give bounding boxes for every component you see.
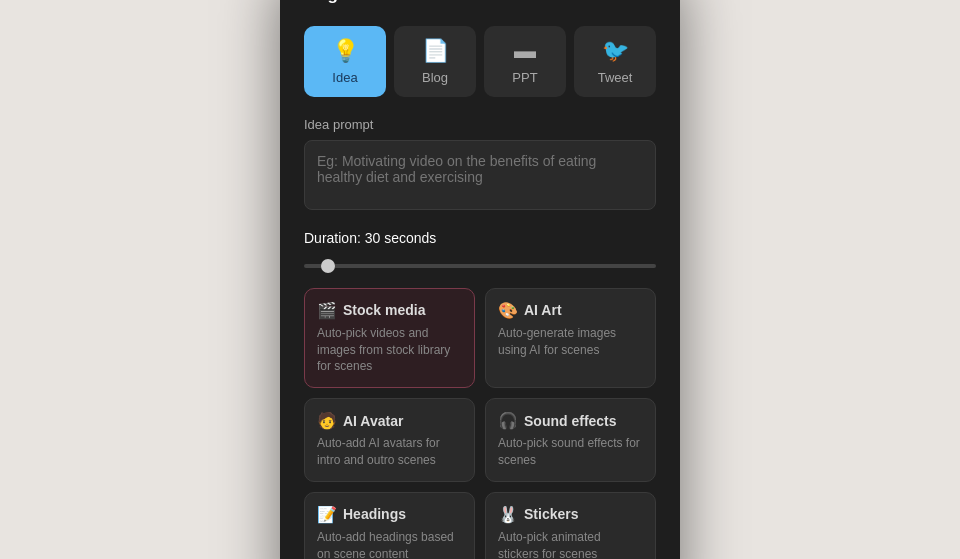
tab-ppt-label: PPT: [512, 70, 537, 85]
card-stock-media-header: 🎬 Stock media: [317, 301, 462, 320]
sound-effects-icon: 🎧: [498, 411, 518, 430]
tab-tweet[interactable]: 🐦 Tweet: [574, 26, 656, 97]
card-stickers[interactable]: 🐰 Stickers Auto-pick animated stickers f…: [485, 492, 656, 559]
stickers-title: Stickers: [524, 506, 578, 522]
card-sound-effects-header: 🎧 Sound effects: [498, 411, 643, 430]
tab-tweet-label: Tweet: [598, 70, 633, 85]
tweet-icon: 🐦: [602, 38, 629, 64]
duration-slider[interactable]: [304, 264, 656, 268]
blog-icon: 📄: [422, 38, 449, 64]
headings-title: Headings: [343, 506, 406, 522]
tab-blog[interactable]: 📄 Blog: [394, 26, 476, 97]
duration-text-label: Duration:: [304, 230, 361, 246]
headings-icon: 📝: [317, 505, 337, 524]
card-ai-avatar[interactable]: 🧑 AI Avatar Auto-add AI avatars for intr…: [304, 398, 475, 482]
card-headings-header: 📝 Headings: [317, 505, 462, 524]
card-sound-effects[interactable]: 🎧 Sound effects Auto-pick sound effects …: [485, 398, 656, 482]
ppt-icon: ▬: [514, 38, 536, 64]
prompt-input[interactable]: [304, 140, 656, 210]
modal-header: Magic Create ✕: [304, 0, 656, 6]
ai-art-desc: Auto-generate images using AI for scenes: [498, 325, 643, 359]
idea-icon: 💡: [332, 38, 359, 64]
tabs-row: 💡 Idea 📄 Blog ▬ PPT 🐦 Tweet: [304, 26, 656, 97]
card-ai-art[interactable]: 🎨 AI Art Auto-generate images using AI f…: [485, 288, 656, 388]
ai-avatar-title: AI Avatar: [343, 413, 403, 429]
sound-effects-title: Sound effects: [524, 413, 617, 429]
duration-label: Duration: 30 seconds: [304, 230, 656, 246]
tab-idea-label: Idea: [332, 70, 357, 85]
duration-value: 30 seconds: [365, 230, 437, 246]
tab-ppt[interactable]: ▬ PPT: [484, 26, 566, 97]
stock-media-title: Stock media: [343, 302, 425, 318]
tab-blog-label: Blog: [422, 70, 448, 85]
card-headings[interactable]: 📝 Headings Auto-add headings based on sc…: [304, 492, 475, 559]
sound-effects-desc: Auto-pick sound effects for scenes: [498, 435, 643, 469]
ai-art-title: AI Art: [524, 302, 562, 318]
card-stock-media[interactable]: 🎬 Stock media Auto-pick videos and image…: [304, 288, 475, 388]
magic-create-modal: Magic Create ✕ 💡 Idea 📄 Blog ▬ PPT 🐦 Twe…: [280, 0, 680, 559]
stickers-icon: 🐰: [498, 505, 518, 524]
stock-media-icon: 🎬: [317, 301, 337, 320]
stickers-desc: Auto-pick animated stickers for scenes: [498, 529, 643, 559]
card-stickers-header: 🐰 Stickers: [498, 505, 643, 524]
ai-avatar-icon: 🧑: [317, 411, 337, 430]
duration-slider-container: [304, 254, 656, 272]
stock-media-desc: Auto-pick videos and images from stock l…: [317, 325, 462, 375]
headings-desc: Auto-add headings based on scene content: [317, 529, 462, 559]
prompt-section-label: Idea prompt: [304, 117, 656, 132]
feature-cards-grid: 🎬 Stock media Auto-pick videos and image…: [304, 288, 656, 559]
card-ai-avatar-header: 🧑 AI Avatar: [317, 411, 462, 430]
ai-avatar-desc: Auto-add AI avatars for intro and outro …: [317, 435, 462, 469]
ai-art-icon: 🎨: [498, 301, 518, 320]
close-button[interactable]: ✕: [629, 0, 656, 6]
modal-title: Magic Create: [304, 0, 410, 5]
tab-idea[interactable]: 💡 Idea: [304, 26, 386, 97]
card-ai-art-header: 🎨 AI Art: [498, 301, 643, 320]
